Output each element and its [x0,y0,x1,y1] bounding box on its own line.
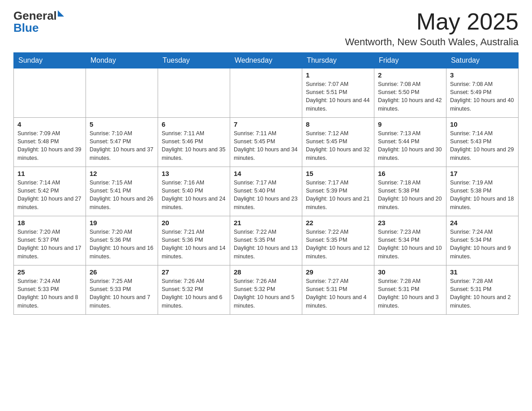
calendar-cell: 10Sunrise: 7:14 AM Sunset: 5:43 PM Dayli… [446,118,518,167]
day-info: Sunrise: 7:13 AM Sunset: 5:44 PM Dayligh… [378,129,442,162]
day-number: 10 [450,120,515,128]
day-info: Sunrise: 7:20 AM Sunset: 5:37 PM Dayligh… [17,228,82,261]
calendar-cell [158,68,230,118]
day-number: 23 [378,219,442,227]
day-info: Sunrise: 7:16 AM Sunset: 5:40 PM Dayligh… [162,179,226,211]
logo: General Blue [13,9,64,35]
day-number: 16 [378,170,442,177]
calendar-header-friday: Friday [374,53,446,68]
day-number: 31 [450,268,515,276]
day-number: 22 [306,219,370,227]
calendar-cell: 18Sunrise: 7:20 AM Sunset: 5:37 PM Dayli… [14,216,86,265]
day-number: 13 [162,170,226,177]
day-number: 15 [306,170,370,177]
calendar-cell [86,68,158,118]
day-info: Sunrise: 7:07 AM Sunset: 5:51 PM Dayligh… [306,80,370,113]
page-header: General Blue May 2025 Wentworth, New Sou… [13,9,519,48]
calendar-cell: 2Sunrise: 7:08 AM Sunset: 5:50 PM Daylig… [374,68,446,118]
day-info: Sunrise: 7:24 AM Sunset: 5:34 PM Dayligh… [450,228,515,261]
day-number: 8 [306,120,370,128]
day-number: 17 [450,170,515,177]
calendar-header-thursday: Thursday [302,53,374,68]
calendar-header-wednesday: Wednesday [230,53,302,68]
calendar-week-row: 1Sunrise: 7:07 AM Sunset: 5:51 PM Daylig… [14,68,519,118]
day-info: Sunrise: 7:26 AM Sunset: 5:32 PM Dayligh… [234,277,298,310]
day-info: Sunrise: 7:20 AM Sunset: 5:36 PM Dayligh… [90,228,154,261]
calendar-cell: 15Sunrise: 7:17 AM Sunset: 5:39 PM Dayli… [302,167,374,216]
calendar-cell: 5Sunrise: 7:10 AM Sunset: 5:47 PM Daylig… [86,118,158,167]
day-info: Sunrise: 7:21 AM Sunset: 5:36 PM Dayligh… [162,228,226,261]
calendar-cell: 17Sunrise: 7:19 AM Sunset: 5:38 PM Dayli… [446,167,518,216]
day-number: 2 [378,71,442,79]
day-info: Sunrise: 7:22 AM Sunset: 5:35 PM Dayligh… [234,228,298,261]
location-subtitle: Wentworth, New South Wales, Australia [345,36,519,48]
calendar-week-row: 11Sunrise: 7:14 AM Sunset: 5:42 PM Dayli… [14,167,519,216]
logo-triangle-icon [58,10,64,17]
day-info: Sunrise: 7:09 AM Sunset: 5:48 PM Dayligh… [17,129,82,162]
day-info: Sunrise: 7:27 AM Sunset: 5:31 PM Dayligh… [306,277,370,310]
calendar-header-row: SundayMondayTuesdayWednesdayThursdayFrid… [14,53,519,68]
day-number: 30 [378,268,442,276]
calendar-cell [14,68,86,118]
calendar-cell: 28Sunrise: 7:26 AM Sunset: 5:32 PM Dayli… [230,265,302,315]
day-number: 20 [162,219,226,227]
calendar-week-row: 4Sunrise: 7:09 AM Sunset: 5:48 PM Daylig… [14,118,519,167]
day-info: Sunrise: 7:14 AM Sunset: 5:43 PM Dayligh… [450,129,515,162]
calendar-week-row: 18Sunrise: 7:20 AM Sunset: 5:37 PM Dayli… [14,216,519,265]
day-info: Sunrise: 7:11 AM Sunset: 5:46 PM Dayligh… [162,129,226,162]
day-info: Sunrise: 7:17 AM Sunset: 5:40 PM Dayligh… [234,179,298,211]
day-info: Sunrise: 7:28 AM Sunset: 5:31 PM Dayligh… [378,277,442,310]
calendar-cell: 11Sunrise: 7:14 AM Sunset: 5:42 PM Dayli… [14,167,86,216]
calendar-cell: 31Sunrise: 7:28 AM Sunset: 5:31 PM Dayli… [446,265,518,315]
month-year-title: May 2025 [345,9,519,34]
day-info: Sunrise: 7:26 AM Sunset: 5:32 PM Dayligh… [162,277,226,310]
day-number: 27 [162,268,226,276]
calendar-cell: 26Sunrise: 7:25 AM Sunset: 5:33 PM Dayli… [86,265,158,315]
calendar-cell: 4Sunrise: 7:09 AM Sunset: 5:48 PM Daylig… [14,118,86,167]
day-number: 26 [90,268,154,276]
calendar-header-saturday: Saturday [446,53,518,68]
day-info: Sunrise: 7:17 AM Sunset: 5:39 PM Dayligh… [306,179,370,211]
day-info: Sunrise: 7:10 AM Sunset: 5:47 PM Dayligh… [90,129,154,162]
calendar-cell: 29Sunrise: 7:27 AM Sunset: 5:31 PM Dayli… [302,265,374,315]
calendar-cell: 14Sunrise: 7:17 AM Sunset: 5:40 PM Dayli… [230,167,302,216]
calendar-table: SundayMondayTuesdayWednesdayThursdayFrid… [13,52,519,315]
calendar-cell: 3Sunrise: 7:08 AM Sunset: 5:49 PM Daylig… [446,68,518,118]
day-number: 28 [234,268,298,276]
calendar-cell: 23Sunrise: 7:23 AM Sunset: 5:34 PM Dayli… [374,216,446,265]
day-number: 18 [17,219,82,227]
calendar-cell: 25Sunrise: 7:24 AM Sunset: 5:33 PM Dayli… [14,265,86,315]
calendar-cell: 16Sunrise: 7:18 AM Sunset: 5:38 PM Dayli… [374,167,446,216]
day-info: Sunrise: 7:12 AM Sunset: 5:45 PM Dayligh… [306,129,370,162]
day-number: 11 [17,170,82,177]
calendar-cell: 12Sunrise: 7:15 AM Sunset: 5:41 PM Dayli… [86,167,158,216]
day-info: Sunrise: 7:24 AM Sunset: 5:33 PM Dayligh… [17,277,82,310]
calendar-cell: 7Sunrise: 7:11 AM Sunset: 5:45 PM Daylig… [230,118,302,167]
day-number: 14 [234,170,298,177]
day-info: Sunrise: 7:23 AM Sunset: 5:34 PM Dayligh… [378,228,442,261]
calendar-cell: 24Sunrise: 7:24 AM Sunset: 5:34 PM Dayli… [446,216,518,265]
calendar-cell: 1Sunrise: 7:07 AM Sunset: 5:51 PM Daylig… [302,68,374,118]
day-info: Sunrise: 7:18 AM Sunset: 5:38 PM Dayligh… [378,179,442,211]
calendar-cell: 8Sunrise: 7:12 AM Sunset: 5:45 PM Daylig… [302,118,374,167]
day-info: Sunrise: 7:08 AM Sunset: 5:49 PM Dayligh… [450,80,515,113]
calendar-cell: 27Sunrise: 7:26 AM Sunset: 5:32 PM Dayli… [158,265,230,315]
day-number: 3 [450,71,515,79]
calendar-cell: 6Sunrise: 7:11 AM Sunset: 5:46 PM Daylig… [158,118,230,167]
day-number: 1 [306,71,370,79]
day-number: 25 [17,268,82,276]
day-info: Sunrise: 7:19 AM Sunset: 5:38 PM Dayligh… [450,179,515,211]
day-number: 9 [378,120,442,128]
calendar-cell: 9Sunrise: 7:13 AM Sunset: 5:44 PM Daylig… [374,118,446,167]
day-info: Sunrise: 7:11 AM Sunset: 5:45 PM Dayligh… [234,129,298,162]
calendar-cell: 30Sunrise: 7:28 AM Sunset: 5:31 PM Dayli… [374,265,446,315]
calendar-cell: 22Sunrise: 7:22 AM Sunset: 5:35 PM Dayli… [302,216,374,265]
day-number: 12 [90,170,154,177]
day-info: Sunrise: 7:28 AM Sunset: 5:31 PM Dayligh… [450,277,515,310]
calendar-header-monday: Monday [86,53,158,68]
day-number: 6 [162,120,226,128]
calendar-cell: 19Sunrise: 7:20 AM Sunset: 5:36 PM Dayli… [86,216,158,265]
day-number: 24 [450,219,515,227]
day-info: Sunrise: 7:25 AM Sunset: 5:33 PM Dayligh… [90,277,154,310]
day-info: Sunrise: 7:15 AM Sunset: 5:41 PM Dayligh… [90,179,154,211]
